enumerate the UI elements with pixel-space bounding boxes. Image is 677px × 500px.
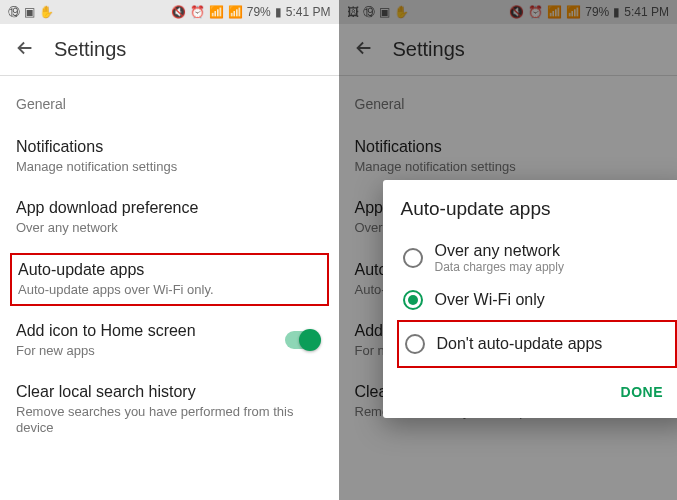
alarm-icon: ⏰	[190, 5, 205, 19]
left-pane: ⑲ ▣ ✋ 🔇 ⏰ 📶 📶 79% ▮ 5:41 PM Settings Gen…	[0, 0, 339, 500]
back-arrow-icon[interactable]	[14, 37, 36, 63]
setting-label: App download preference	[16, 199, 323, 217]
radio-sublabel: Data charges may apply	[435, 260, 564, 274]
setting-label: Add icon to Home screen	[16, 322, 285, 340]
notif-icon: ⑲	[8, 4, 20, 21]
radio-option-wifi-only[interactable]: Over Wi-Fi only	[401, 282, 674, 318]
radio-label: Don't auto-update apps	[437, 335, 603, 353]
radio-label: Over any network	[435, 242, 564, 260]
app-bar: Settings	[0, 24, 339, 76]
auto-update-dialog: Auto-update apps Over any network Data c…	[383, 180, 678, 418]
setting-auto-update[interactable]: Auto-update apps Auto-update apps over W…	[10, 253, 329, 306]
setting-add-icon[interactable]: Add icon to Home screen For new apps	[16, 310, 323, 371]
setting-sub: Auto-update apps over Wi-Fi only.	[18, 282, 321, 298]
radio-option-any-network[interactable]: Over any network Data charges may apply	[401, 234, 674, 282]
setting-download-pref[interactable]: App download preference Over any network	[16, 187, 323, 248]
radio-icon	[403, 248, 423, 268]
clock: 5:41 PM	[286, 5, 331, 19]
radio-label: Over Wi-Fi only	[435, 291, 545, 309]
signal-icon: 📶	[228, 5, 243, 19]
setting-clear-history[interactable]: Clear local search history Remove search…	[16, 371, 323, 449]
battery-pct: 79%	[247, 5, 271, 19]
done-button[interactable]: DONE	[611, 376, 673, 408]
radio-icon	[403, 290, 423, 310]
radio-option-dont-update[interactable]: Don't auto-update apps	[403, 326, 672, 362]
page-title: Settings	[54, 38, 126, 61]
status-bar: ⑲ ▣ ✋ 🔇 ⏰ 📶 📶 79% ▮ 5:41 PM	[0, 0, 339, 24]
notif-icon-2: ▣	[24, 5, 35, 19]
setting-sub: For new apps	[16, 343, 285, 359]
setting-sub: Over any network	[16, 220, 323, 236]
hand-icon: ✋	[39, 5, 54, 19]
setting-label: Clear local search history	[16, 383, 323, 401]
toggle-switch[interactable]	[285, 331, 319, 349]
setting-sub: Remove searches you have performed from …	[16, 404, 323, 437]
battery-icon: ▮	[275, 5, 282, 19]
mute-icon: 🔇	[171, 5, 186, 19]
settings-content: General Notifications Manage notificatio…	[0, 76, 339, 449]
wifi-icon: 📶	[209, 5, 224, 19]
dialog-title: Auto-update apps	[401, 198, 674, 220]
setting-label: Auto-update apps	[18, 261, 321, 279]
section-general: General	[16, 76, 323, 126]
setting-notifications[interactable]: Notifications Manage notification settin…	[16, 126, 323, 187]
setting-sub: Manage notification settings	[16, 159, 323, 175]
radio-icon	[405, 334, 425, 354]
right-pane: 🖼 ⑲ ▣ ✋ 🔇 ⏰ 📶 📶 79% ▮ 5:41 PM Settings G…	[339, 0, 678, 500]
setting-label: Notifications	[16, 138, 323, 156]
